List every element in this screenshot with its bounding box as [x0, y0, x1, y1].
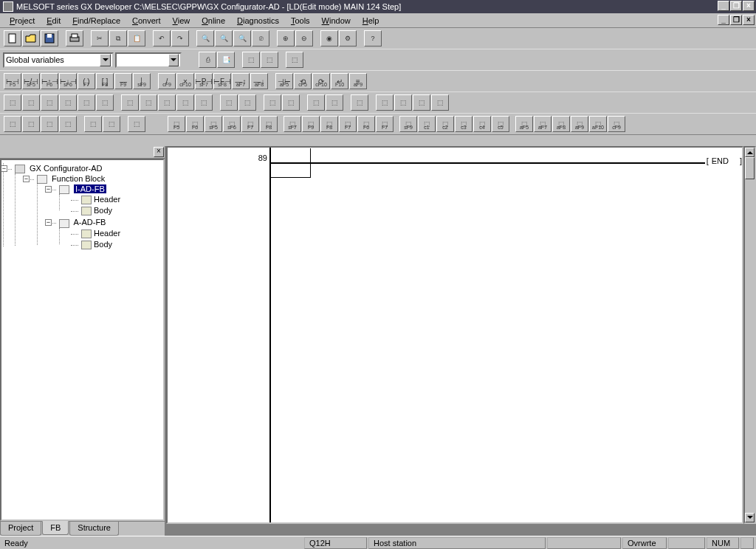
project-tree[interactable]: − GX Configurator-AD − Function Block −: [0, 159, 165, 521]
tool-b-button[interactable]: ⬚: [261, 52, 278, 68]
tab-project[interactable]: Project: [0, 522, 41, 536]
open-button[interactable]: [22, 30, 40, 46]
copy-button[interactable]: ⧉: [109, 30, 127, 46]
s7-button[interactable]: ⬚: [128, 116, 145, 132]
close-button[interactable]: ×: [743, 1, 755, 11]
tree-iadfb[interactable]: − I-AD-FB Header Body: [49, 184, 162, 217]
s3-button[interactable]: ⬚: [41, 116, 58, 132]
p2-button[interactable]: ⬚: [22, 94, 40, 111]
tree-aadfb-body[interactable]: Body: [71, 239, 162, 250]
menu-view[interactable]: View: [168, 15, 196, 27]
menu-diagnostics[interactable]: Diagnostics: [232, 15, 284, 27]
sfc-aF10-22-button[interactable]: ⬚aF10: [589, 116, 607, 132]
mdi-minimize-button[interactable]: _: [718, 15, 729, 25]
menu-convert[interactable]: Convert: [127, 15, 166, 27]
sfc-F7-9-button[interactable]: ⬚F7: [339, 116, 357, 132]
s6-button[interactable]: ⬚: [103, 116, 120, 132]
p22-button[interactable]: ⬚: [431, 94, 449, 111]
s1-button[interactable]: ⬚: [4, 116, 21, 132]
sfc-F6-1-button[interactable]: ⬚F6: [186, 116, 204, 132]
tree-function-block[interactable]: − Function Block − I-AD-FB Header: [27, 173, 162, 252]
tool-a-button[interactable]: ⬚: [242, 52, 260, 68]
sfc-sF6-3-button[interactable]: ⬚sF6: [223, 116, 241, 132]
sfc-c2-14-button[interactable]: ⬚c2: [436, 116, 454, 132]
sfc-c3-15-button[interactable]: ⬚c3: [455, 116, 472, 132]
ladder-F5-button[interactable]: ⊢⊣F5: [4, 73, 21, 89]
sfc-F8-5-button[interactable]: ⬚F8: [260, 116, 278, 132]
tree-root[interactable]: − GX Configurator-AD − Function Block −: [4, 163, 162, 252]
unit-combo[interactable]: [115, 52, 182, 68]
p19-button[interactable]: ⬚: [376, 94, 394, 111]
p21-button[interactable]: ⬚: [413, 94, 430, 111]
menu-tools[interactable]: Tools: [286, 15, 315, 27]
p1-button[interactable]: ⬚: [4, 94, 21, 111]
s2-button[interactable]: ⬚: [22, 116, 40, 132]
menu-project[interactable]: Project: [4, 15, 40, 27]
tree-iadfb-header[interactable]: Header: [71, 194, 162, 205]
monitor-button[interactable]: ◉: [320, 30, 338, 46]
vertical-scrollbar[interactable]: [743, 146, 756, 524]
sfc-F5-0-button[interactable]: ⬚F5: [168, 116, 185, 132]
cross-ref-button[interactable]: ⎚: [252, 30, 269, 46]
find-step-button[interactable]: 🔍: [233, 30, 251, 46]
ladder-cF9-button[interactable]: /cF9: [158, 73, 176, 89]
scroll-up-button[interactable]: [745, 148, 755, 157]
sfc-c5-17-button[interactable]: ⬚c5: [492, 116, 509, 132]
tree-iadfb-body[interactable]: Body: [71, 205, 162, 216]
sfc-sF9-12-button[interactable]: ⬚sF9: [399, 116, 417, 132]
sfc-c4-16-button[interactable]: ⬚c4: [473, 116, 491, 132]
unit-input[interactable]: [118, 54, 168, 66]
menu-find[interactable]: Find/Replace: [67, 15, 126, 27]
ladder-sF5-button[interactable]: ⊢/⊣sF5: [22, 73, 40, 89]
restore-button[interactable]: ❐: [730, 1, 742, 11]
tree-aadfb-header[interactable]: Header: [71, 228, 162, 239]
zoom-in-button[interactable]: ⊕: [277, 30, 295, 46]
ladder-canvas[interactable]: 89 END ]: [166, 146, 743, 524]
global-variables-input[interactable]: [6, 54, 100, 66]
sfc-F7-11-button[interactable]: ⬚F7: [376, 116, 394, 132]
ladder-cF5-button[interactable]: ⟲cF5: [294, 73, 312, 89]
p20-button[interactable]: ⬚: [394, 94, 412, 111]
scroll-thumb[interactable]: [745, 157, 755, 179]
s4-button[interactable]: ⬚: [59, 116, 77, 132]
sfc-aF7-19-button[interactable]: ⬚aF7: [534, 116, 551, 132]
build-button[interactable]: ⚙: [339, 30, 357, 46]
ladder-cF10-button[interactable]: ⟳cF10: [312, 73, 330, 89]
ladder-aF8-button[interactable]: —↓aF8: [250, 73, 268, 89]
tab-structure[interactable]: Structure: [69, 522, 119, 536]
tool-c-button[interactable]: ⬚: [286, 52, 303, 68]
sfc-F7-4-button[interactable]: ⬚F7: [241, 116, 259, 132]
find-button[interactable]: 🔍: [196, 30, 214, 46]
scroll-down-button[interactable]: [745, 513, 755, 522]
tree-aadfb[interactable]: − A-AD-FB Header Body: [49, 217, 162, 250]
sfc-aF9-21-button[interactable]: ⬚aF9: [571, 116, 588, 132]
p12-button[interactable]: ⬚: [220, 94, 238, 111]
p17-button[interactable]: ⬚: [326, 94, 343, 111]
p11-button[interactable]: ⬚: [195, 94, 213, 111]
sfc-c1-13-button[interactable]: ⬚c1: [418, 116, 436, 132]
sfc-sF5-2-button[interactable]: ⬚sF5: [205, 116, 222, 132]
ladder-cF10-button[interactable]: ×cF10: [176, 73, 194, 89]
ladder-sF7-button[interactable]: ⊢P⊣sF7: [195, 73, 213, 89]
s5-button[interactable]: ⬚: [84, 116, 102, 132]
p3-button[interactable]: ⬚: [41, 94, 58, 111]
ladder-F7-button[interactable]: ( )F7: [78, 73, 95, 89]
close-tree-button[interactable]: ×: [154, 147, 164, 157]
save-button[interactable]: [41, 30, 58, 46]
help-button[interactable]: ?: [364, 30, 382, 46]
ladder-F8-button[interactable]: [ ]F8: [96, 73, 114, 89]
paste-button[interactable]: 📋: [128, 30, 145, 46]
sfc-aF5-18-button[interactable]: ⬚aF5: [515, 116, 533, 132]
ladder-aF9-button[interactable]: ≡aF9: [349, 73, 367, 89]
mdi-restore-button[interactable]: ❐: [730, 15, 742, 25]
unit-dropdown-icon[interactable]: [168, 54, 179, 66]
p10-button[interactable]: ⬚: [176, 94, 194, 111]
menu-help[interactable]: Help: [357, 15, 385, 27]
ladder-F9-button[interactable]: —F9: [114, 73, 132, 89]
p7-button[interactable]: ⬚: [121, 94, 139, 111]
p9-button[interactable]: ⬚: [158, 94, 176, 111]
sfc-F6-10-button[interactable]: ⬚F6: [357, 116, 375, 132]
p13-button[interactable]: ⬚: [238, 94, 256, 111]
p15-button[interactable]: ⬚: [282, 94, 300, 111]
menu-window[interactable]: Window: [317, 15, 356, 27]
